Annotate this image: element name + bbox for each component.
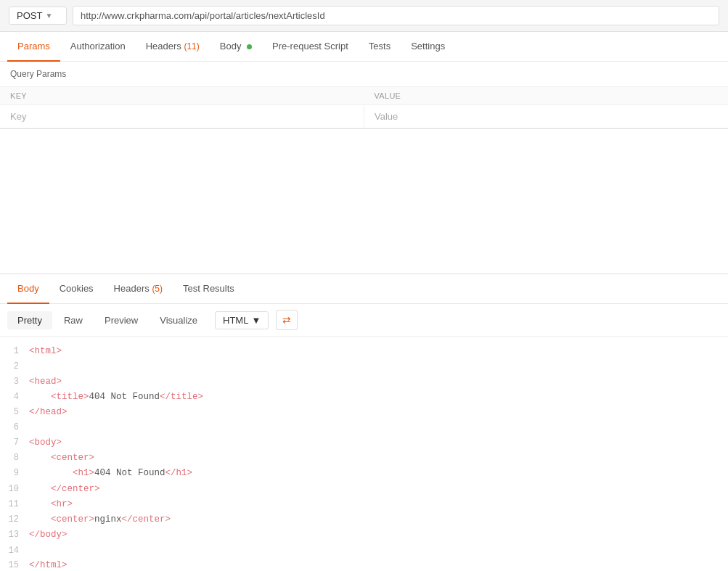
code-line: 13</body> bbox=[0, 527, 728, 543]
tab-body[interactable]: Body bbox=[210, 32, 262, 62]
view-tabs: Pretty Raw Preview Visualize HTML ▼ ⇄ bbox=[0, 304, 728, 337]
html-tag: <title> bbox=[51, 392, 89, 402]
html-tag: </center> bbox=[122, 514, 171, 525]
url-input[interactable] bbox=[73, 6, 719, 25]
line-content: <title>404 Not Found</title> bbox=[29, 390, 728, 405]
params-table: KEY VALUE Key Value bbox=[0, 86, 728, 128]
response-tabs: Body Cookies Headers (5) Test Results bbox=[0, 274, 728, 304]
html-tag: </center> bbox=[51, 484, 100, 494]
line-number: 8 bbox=[0, 451, 29, 465]
line-content: </html> bbox=[29, 558, 728, 571]
tab-pre-request[interactable]: Pre-request Script bbox=[262, 32, 359, 62]
html-tag: </head> bbox=[29, 407, 68, 417]
html-text: nginx bbox=[94, 514, 122, 525]
html-tag: </html> bbox=[29, 560, 68, 570]
html-text bbox=[29, 499, 51, 509]
format-chevron: ▼ bbox=[251, 315, 261, 326]
line-number: 11 bbox=[0, 497, 29, 512]
line-number: 4 bbox=[0, 390, 29, 404]
line-content: <body> bbox=[29, 435, 728, 451]
html-text bbox=[29, 468, 73, 478]
html-tag: </body> bbox=[29, 530, 68, 540]
view-tab-pretty[interactable]: Pretty bbox=[7, 311, 52, 329]
html-tag: <body> bbox=[29, 438, 62, 448]
table-row: Key Value bbox=[0, 105, 728, 128]
code-line: 2 bbox=[0, 359, 728, 374]
line-content: </body> bbox=[29, 527, 728, 543]
line-content: <h1>404 Not Found</h1> bbox=[29, 466, 728, 481]
code-line: 7<body> bbox=[0, 435, 728, 451]
code-line: 10 </center> bbox=[0, 482, 728, 497]
tab-headers[interactable]: Headers (11) bbox=[136, 32, 210, 62]
method-chevron: ▼ bbox=[45, 12, 52, 20]
html-text: 404 Not Found bbox=[89, 392, 160, 402]
code-line: 5</head> bbox=[0, 405, 728, 420]
key-column-header: KEY bbox=[0, 87, 364, 105]
line-number: 14 bbox=[0, 543, 29, 558]
wrap-icon: ⇄ bbox=[282, 314, 291, 326]
body-dot bbox=[247, 44, 252, 49]
line-number: 3 bbox=[0, 374, 29, 389]
method-label: POST bbox=[17, 10, 42, 21]
html-text bbox=[29, 484, 51, 494]
line-number: 10 bbox=[0, 482, 29, 496]
code-line: 15</html> bbox=[0, 558, 728, 571]
response-tab-test-results[interactable]: Test Results bbox=[173, 274, 245, 304]
line-number: 2 bbox=[0, 359, 29, 374]
line-number: 9 bbox=[0, 466, 29, 480]
line-number: 5 bbox=[0, 405, 29, 419]
response-tab-body[interactable]: Body bbox=[7, 274, 49, 304]
method-selector[interactable]: POST ▼ bbox=[9, 7, 67, 25]
request-body: Query Params KEY VALUE Key Value bbox=[0, 62, 728, 129]
code-line: 11 <hr> bbox=[0, 497, 728, 512]
code-line: 9 <h1>404 Not Found</h1> bbox=[0, 466, 728, 481]
line-number: 6 bbox=[0, 420, 29, 435]
tab-settings[interactable]: Settings bbox=[401, 32, 455, 62]
line-number: 15 bbox=[0, 558, 29, 571]
html-tag: <center> bbox=[51, 453, 94, 463]
code-view: 1<html>23<head>4 <title>404 Not Found</t… bbox=[0, 337, 728, 571]
code-line: 1<html> bbox=[0, 344, 728, 359]
html-text: 404 Not Found bbox=[94, 468, 165, 478]
html-tag: </title> bbox=[160, 392, 203, 402]
key-input-cell[interactable]: Key bbox=[0, 105, 364, 128]
code-line: 14 bbox=[0, 543, 728, 558]
html-tag: <html> bbox=[29, 346, 62, 356]
tab-params[interactable]: Params bbox=[7, 32, 60, 62]
html-tag: <center> bbox=[51, 514, 94, 525]
response-tab-headers[interactable]: Headers (5) bbox=[104, 274, 173, 304]
line-number: 1 bbox=[0, 344, 29, 358]
html-tag: <h1> bbox=[73, 468, 94, 478]
view-tab-preview[interactable]: Preview bbox=[94, 311, 148, 329]
line-number: 13 bbox=[0, 527, 29, 542]
value-column-header: VALUE bbox=[364, 87, 729, 105]
html-tag: <hr> bbox=[51, 499, 73, 509]
value-input-cell[interactable]: Value bbox=[364, 105, 729, 128]
view-tab-visualize[interactable]: Visualize bbox=[150, 311, 208, 329]
line-content: <center> bbox=[29, 451, 728, 466]
html-text bbox=[29, 453, 51, 463]
url-bar: POST ▼ bbox=[0, 0, 728, 32]
line-content: </head> bbox=[29, 405, 728, 420]
response-tab-cookies[interactable]: Cookies bbox=[49, 274, 104, 304]
empty-area bbox=[0, 129, 728, 274]
code-line: 12 <center>nginx</center> bbox=[0, 512, 728, 527]
code-line: 4 <title>404 Not Found</title> bbox=[0, 390, 728, 405]
tab-authorization[interactable]: Authorization bbox=[60, 32, 136, 62]
code-line: 3<head> bbox=[0, 374, 728, 390]
line-content: </center> bbox=[29, 482, 728, 497]
line-content: <hr> bbox=[29, 497, 728, 512]
view-tab-raw[interactable]: Raw bbox=[54, 311, 93, 329]
format-label: HTML bbox=[223, 315, 248, 326]
tab-tests[interactable]: Tests bbox=[359, 32, 401, 62]
line-number: 12 bbox=[0, 512, 29, 527]
line-content: <center>nginx</center> bbox=[29, 512, 728, 527]
query-params-title: Query Params bbox=[0, 62, 728, 86]
format-selector[interactable]: HTML ▼ bbox=[215, 311, 269, 329]
wrap-button[interactable]: ⇄ bbox=[276, 310, 298, 330]
html-tag: <head> bbox=[29, 377, 62, 387]
request-tabs: Params Authorization Headers (11) Body P… bbox=[0, 32, 728, 62]
html-text bbox=[29, 514, 51, 525]
line-content: <html> bbox=[29, 344, 728, 359]
line-content: <head> bbox=[29, 374, 728, 390]
